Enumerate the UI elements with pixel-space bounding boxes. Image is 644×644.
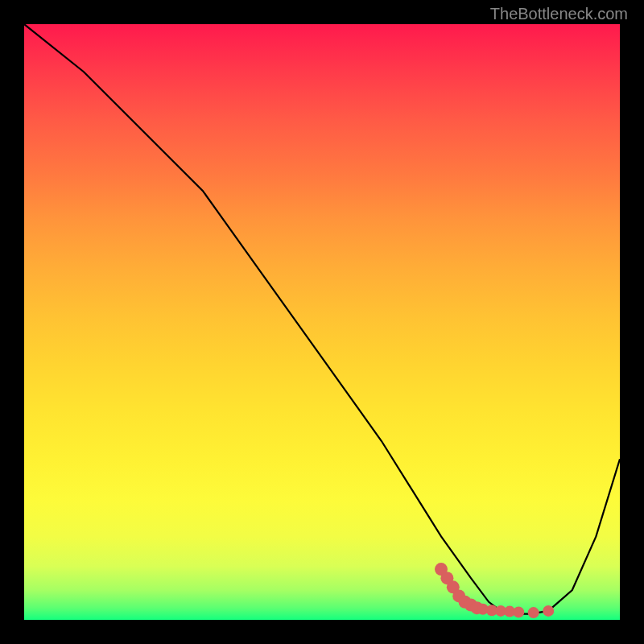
curve-line xyxy=(24,24,620,614)
highlight-markers xyxy=(435,563,554,618)
chart-overlay xyxy=(24,24,620,620)
marker-dot xyxy=(528,607,539,618)
plot-area xyxy=(24,24,620,620)
marker-dot xyxy=(543,605,554,617)
marker-dot xyxy=(513,606,524,617)
watermark-text: TheBottleneck.com xyxy=(490,5,628,23)
chart-container: TheBottleneck.com xyxy=(0,0,644,644)
